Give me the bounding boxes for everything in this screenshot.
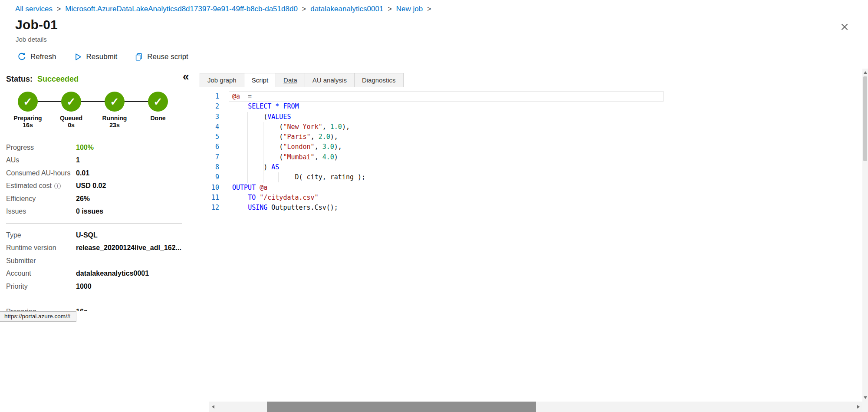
vertical-scrollbar-thumb[interactable] (863, 76, 867, 161)
scroll-left-arrow-icon[interactable] (212, 405, 214, 409)
property-label: AUs (6, 156, 76, 164)
property-value: 26% (76, 195, 90, 203)
breadcrumb-link-account[interactable]: datalakeanalytics0001 (310, 5, 383, 13)
close-icon (839, 22, 850, 32)
reuse-script-button[interactable]: Reuse script (135, 53, 188, 61)
code-text: USING Outputters.Csv(); (219, 203, 338, 213)
job-details-section: Type U-SQL Runtime version release_20200… (6, 229, 182, 293)
step-queued: ✓ Queued 0s (49, 92, 93, 129)
check-icon: ✓ (67, 96, 76, 108)
toolbar: Refresh Resubmit Reuse script (17, 52, 188, 61)
property-row-consumed-au-hours: Consumed AU-hours 0.01 (6, 167, 182, 180)
code-text: ("Paris", 2.0), (219, 132, 338, 142)
property-label: Submitter (6, 257, 76, 265)
code-line[interactable]: 9 D( city, rating ); (200, 172, 863, 182)
property-row-type: Type U-SQL (6, 229, 182, 242)
property-value: release_20200124live_adl_162... (76, 244, 181, 252)
step-name: Preparing (13, 115, 42, 122)
reuse-script-label: Reuse script (147, 53, 188, 61)
refresh-button[interactable]: Refresh (17, 52, 56, 61)
resubmit-button[interactable]: Resubmit (74, 53, 118, 61)
property-row-runtime-version: Runtime version release_20200124live_adl… (6, 242, 182, 255)
code-text: TO "/citydata.csv" (219, 193, 319, 203)
code-line[interactable]: 10OUTPUT @a (200, 183, 863, 193)
step-preparing: ✓ Preparing 16s (6, 92, 49, 129)
vertical-scrollbar[interactable] (862, 69, 868, 402)
tab-diagnostics[interactable]: Diagnostics (354, 73, 404, 87)
tab-job-graph[interactable]: Job graph (200, 73, 244, 87)
scroll-down-arrow-icon[interactable] (864, 396, 867, 399)
line-number: 1 (200, 92, 219, 102)
property-label: Progress (6, 144, 76, 152)
status-line: Status: Succeeded (6, 75, 182, 84)
code-line[interactable]: 12 USING Outputters.Csv(); (200, 203, 863, 213)
step-name: Done (151, 115, 166, 122)
double-chevron-left-icon: « (183, 70, 189, 83)
check-circle-icon: ✓ (148, 92, 168, 112)
code-line[interactable]: 1@a = (200, 92, 863, 102)
code-line[interactable]: 11 TO "/citydata.csv" (200, 193, 863, 203)
code-text: SELECT * FROM (219, 102, 299, 112)
property-value: datalakeanalytics0001 (76, 270, 149, 277)
property-row-efficiency: Efficiency 26% (6, 192, 182, 205)
step-time: 16s (23, 122, 33, 129)
code-line[interactable]: 3 (VALUES (200, 112, 863, 122)
code-line[interactable]: 5 ("Paris", 2.0), (200, 132, 863, 142)
breadcrumb-link-all-services[interactable]: All services (15, 5, 53, 13)
usql-script-editor[interactable]: 1@a =2 SELECT * FROM3 (VALUES4 ("New Yor… (200, 87, 863, 213)
close-blade-button[interactable] (839, 22, 850, 32)
scroll-right-arrow-icon[interactable] (857, 405, 860, 409)
property-value: 0.01 (76, 169, 89, 177)
info-icon[interactable]: i (54, 183, 61, 189)
stepper-connector (28, 101, 158, 102)
line-number: 3 (200, 112, 219, 122)
property-value: 16s (76, 308, 88, 311)
code-text: (VALUES (219, 112, 291, 122)
tab-bar: Job graph Script Data AU analysis Diagno… (200, 73, 863, 87)
property-row-aus: AUs 1 (6, 154, 182, 167)
horizontal-scrollbar-track[interactable] (209, 402, 862, 412)
breadcrumb: All services > Microsoft.AzureDataLakeAn… (15, 5, 431, 13)
code-line[interactable]: 7 ("Mumbai", 4.0) (200, 152, 863, 162)
tab-data[interactable]: Data (276, 73, 305, 87)
step-name: Queued (60, 115, 82, 122)
line-number: 12 (200, 203, 219, 213)
status-value: Succeeded (37, 75, 79, 83)
horizontal-scrollbar-thumb[interactable] (267, 402, 536, 412)
property-value: 100% (76, 144, 94, 152)
line-number: 5 (200, 132, 219, 142)
code-line[interactable]: 4 ("New York", 1.0), (200, 122, 863, 132)
section-divider (6, 302, 182, 302)
code-text: D( city, rating ); (219, 172, 365, 182)
code-line[interactable]: 6 ("London", 3.0), (200, 142, 863, 152)
breadcrumb-separator: > (302, 5, 306, 13)
property-row-issues: Issues 0 issues (6, 205, 182, 218)
code-lines: 1@a =2 SELECT * FROM3 (VALUES4 ("New Yor… (200, 92, 863, 213)
check-icon: ✓ (23, 96, 33, 108)
step-time: 23s (109, 122, 119, 129)
job-metrics-section: Progress 100% AUs 1 Consumed AU-hours 0.… (6, 141, 182, 218)
collapse-panel-button[interactable]: « (183, 71, 189, 82)
breadcrumb-link-resource-provider[interactable]: Microsoft.AzureDataLakeAnalyticsd8d17397… (65, 5, 298, 13)
check-circle-icon: ✓ (105, 92, 125, 112)
code-line[interactable]: 2 SELECT * FROM (200, 102, 863, 112)
breadcrumb-link-new-job[interactable]: New job (396, 5, 423, 13)
refresh-icon (17, 52, 26, 61)
property-label: Consumed AU-hours (6, 169, 76, 177)
property-row-estimated-cost: Estimated cost i USD 0.02 (6, 180, 182, 193)
line-number: 6 (200, 142, 219, 152)
code-text: ) AS (219, 162, 279, 172)
tab-script[interactable]: Script (244, 73, 276, 87)
refresh-label: Refresh (30, 53, 56, 61)
property-label: Efficiency (6, 195, 76, 203)
horizontal-scrollbar[interactable] (0, 402, 862, 412)
property-label: Estimated cost i (6, 182, 76, 190)
property-row-priority: Priority 1000 (6, 280, 182, 293)
scroll-up-arrow-icon[interactable] (864, 71, 867, 74)
property-value: 1000 (76, 283, 92, 290)
tab-au-analysis[interactable]: AU analysis (305, 73, 355, 87)
browser-link-preview: https://portal.azure.com/# (0, 311, 76, 322)
check-icon: ✓ (110, 96, 119, 108)
line-number: 10 (200, 183, 219, 193)
code-line[interactable]: 8 ) AS (200, 162, 863, 172)
